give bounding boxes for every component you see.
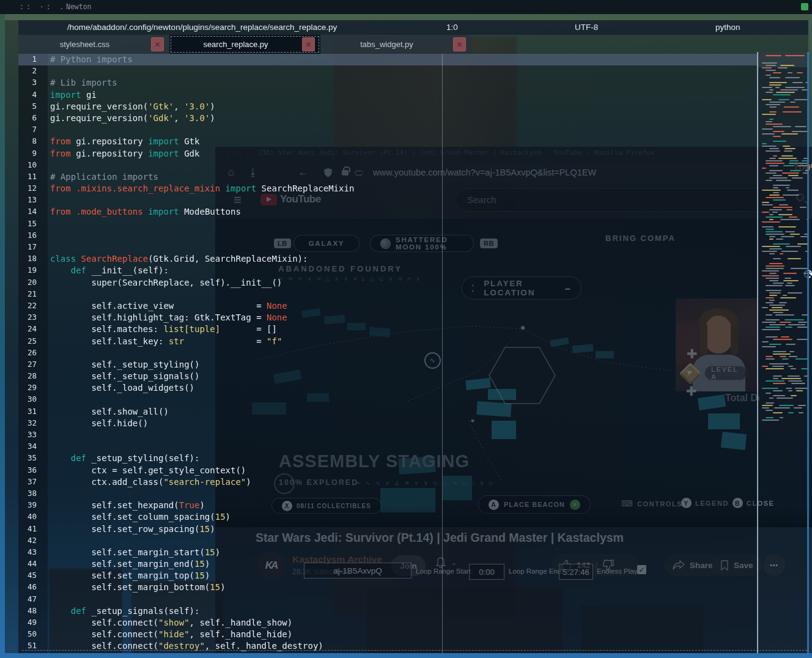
tab-search-replace-py[interactable]: search_replace.py ✕	[169, 35, 320, 54]
code-line[interactable]: 30	[18, 394, 757, 405]
code-line[interactable]: 22 self.active_view = None	[18, 300, 757, 312]
code-line[interactable]: 35 def _setup_styling(self):	[18, 453, 757, 464]
horizontal-scroll-track[interactable]	[22, 650, 807, 651]
code-text: self.set_margin_bottom(15)	[50, 582, 226, 593]
code-text: self.show_all()	[50, 406, 169, 418]
code-line[interactable]: 17	[18, 242, 757, 253]
code-line[interactable]: 38	[18, 488, 757, 500]
line-number: 50	[18, 629, 37, 638]
code-line[interactable]: 43 self.set_margin_start(15)	[18, 547, 757, 558]
code-line[interactable]: 1# Python imports	[18, 54, 757, 65]
code-line[interactable]: 49 self.connect("show", self._handle_sho…	[18, 617, 757, 629]
language-indicator[interactable]: python	[715, 23, 740, 32]
code-text: from gi.repository import Gdk	[50, 148, 199, 160]
code-line[interactable]: 37 ctx.add_class("search-replace")	[18, 476, 757, 488]
code-line[interactable]: 40 self.set_column_spacing(15)	[18, 511, 757, 523]
code-line[interactable]: 27 self._setup_styling()	[18, 359, 757, 371]
code-line[interactable]: 18class SearchReplace(Gtk.Grid, SearchRe…	[18, 253, 757, 265]
code-text: gi.require_version('Gtk', '3.0')	[50, 101, 215, 113]
code-line[interactable]: 13	[18, 194, 757, 206]
code-line[interactable]: 6gi.require_version('Gdk', '3.0')	[18, 113, 757, 124]
line-number: 51	[18, 641, 37, 650]
vertical-scrollbar[interactable]	[807, 52, 809, 653]
code-line[interactable]: 34	[18, 441, 757, 453]
code-line[interactable]: 50 self.connect("hide", self._handle_hid…	[18, 629, 757, 640]
code-text: from gi.repository import Gtk	[50, 136, 199, 147]
code-line[interactable]: 24 self.matches: list[tuple] = []	[18, 323, 757, 335]
tab-close-button[interactable]: ✕	[453, 37, 466, 51]
code-line[interactable]: 7	[18, 124, 757, 136]
line-number: 36	[18, 465, 37, 475]
code-line[interactable]: 31 self.show_all()	[18, 406, 757, 418]
code-text: self.set_column_spacing(15)	[50, 511, 231, 523]
tab-stylesheet-css[interactable]: stylesheet.css ✕	[18, 35, 169, 54]
tab-close-button[interactable]: ✕	[151, 37, 164, 51]
code-text: import gi	[50, 89, 97, 101]
code-line[interactable]: 20 super(SearchReplace, self).__init__()	[18, 277, 757, 289]
line-number: 22	[18, 301, 37, 310]
newton-editor-window: /home/abaddon/.config/newton/plugins/sea…	[5, 20, 808, 653]
code-line[interactable]: 44 self.set_margin_end(15)	[18, 558, 757, 570]
code-text: self._setup_styling()	[50, 359, 199, 371]
code-line[interactable]: 5gi.require_version('Gtk', '3.0')	[18, 101, 757, 113]
code-line[interactable]: 42	[18, 535, 757, 547]
code-line[interactable]: 32 self.hide()	[18, 418, 757, 429]
workspace-indicators[interactable]: :: ·: ..	[20, 0, 73, 14]
code-line[interactable]: 45 self.set_margin_top(15)	[18, 570, 757, 582]
line-number: 29	[18, 383, 37, 392]
code-line[interactable]: 11# Application imports	[18, 171, 757, 183]
code-line[interactable]: 46 self.set_margin_bottom(15)	[18, 582, 757, 593]
line-number: 14	[18, 207, 37, 216]
minimap[interactable]	[758, 52, 808, 434]
code-line[interactable]: 29 self._load_widgets()	[18, 382, 757, 394]
line-number: 10	[18, 160, 37, 169]
code-text: from .mode_buttons import ModeButtons	[50, 206, 241, 218]
code-text: self.connect("show", self._handle_show)	[50, 617, 292, 629]
code-line[interactable]: 15	[18, 218, 757, 230]
line-number: 43	[18, 547, 37, 556]
line-number: 34	[18, 442, 37, 451]
code-line[interactable]: 16	[18, 230, 757, 242]
code-line[interactable]: 47	[18, 594, 757, 605]
tray-icon[interactable]	[801, 3, 808, 10]
code-line[interactable]: 14from .mode_buttons import ModeButtons	[18, 206, 757, 218]
code-line[interactable]: 2	[18, 65, 757, 77]
code-line[interactable]: 19 def __init__(self):	[18, 265, 757, 276]
tab-tabs-widget-py[interactable]: tabs_widget.py ✕	[320, 35, 471, 54]
code-line[interactable]: 33	[18, 429, 757, 441]
line-number: 19	[18, 265, 37, 275]
code-editor[interactable]: 1# Python imports23# Lib imports4import …	[18, 54, 757, 653]
code-line[interactable]: 48 def _setup_signals(self):	[18, 605, 757, 617]
code-line[interactable]: 23 self.highlight_tag: Gtk.TextTag = Non…	[18, 312, 757, 323]
code-line[interactable]: 25 self.last_key: str = "f"	[18, 336, 757, 347]
code-line[interactable]: 26	[18, 347, 757, 359]
code-line[interactable]: 4import gi	[18, 89, 757, 101]
code-line[interactable]: 9from gi.repository import Gdk	[18, 148, 757, 160]
code-line[interactable]: 41 self.set_row_spacing(15)	[18, 523, 757, 535]
code-line[interactable]: 36 ctx = self.get_style_context()	[18, 465, 757, 476]
code-line[interactable]: 12from .mixins.search_replace_mixin impo…	[18, 183, 757, 194]
line-number: 23	[18, 312, 37, 322]
code-line[interactable]: 3# Lib imports	[18, 77, 757, 89]
code-line[interactable]: 28 self._setup_signals()	[18, 371, 757, 382]
file-path: /home/abaddon/.config/newton/plugins/sea…	[67, 23, 337, 32]
code-text: self.set_row_spacing(15)	[50, 523, 215, 535]
code-line[interactable]: 10	[18, 160, 757, 171]
encoding-indicator[interactable]: UTF-8	[575, 23, 598, 32]
code-line[interactable]: 8from gi.repository import Gtk	[18, 136, 757, 147]
code-text: self.set_margin_end(15)	[50, 558, 210, 570]
tab-close-button[interactable]: ✕	[302, 37, 315, 51]
code-line[interactable]: 39 self.set_hexpand(True)	[18, 500, 757, 511]
line-number: 20	[18, 278, 37, 287]
code-text: super(SearchReplace, self).__init__()	[50, 277, 282, 289]
line-number: 38	[18, 489, 37, 498]
line-number: 41	[18, 524, 37, 533]
code-line[interactable]: 21	[18, 289, 757, 300]
line-number: 49	[18, 618, 37, 627]
code-text: self.last_key: str = "f"	[50, 336, 282, 347]
code-text: def _setup_signals(self):	[50, 605, 199, 617]
code-text: self.connect("hide", self._handle_hide)	[50, 629, 292, 640]
code-lines: 1# Python imports23# Lib imports4import …	[18, 54, 757, 653]
line-number: 15	[18, 219, 37, 228]
line-number: 12	[18, 183, 37, 193]
